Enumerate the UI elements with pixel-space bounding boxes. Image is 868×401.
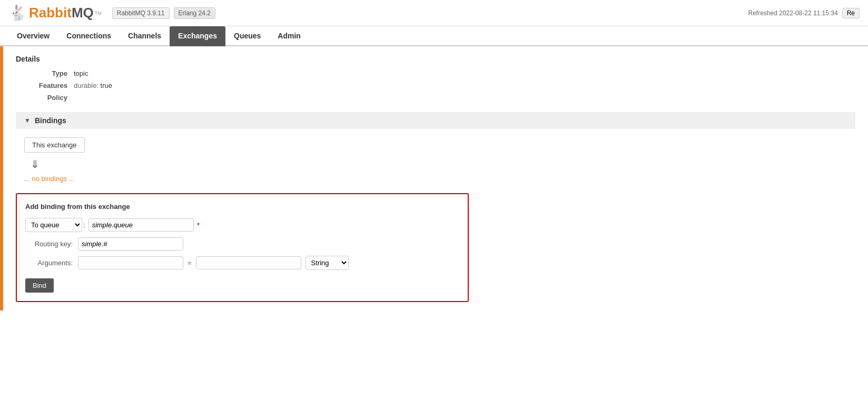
detail-policy-row: Policy [26, 94, 855, 102]
logo-icon: 🐇 [8, 4, 27, 22]
nav-channels[interactable]: Channels [120, 26, 170, 46]
routing-key-label: Routing key: [25, 240, 78, 248]
routing-key-input[interactable] [78, 237, 183, 250]
nav-admin[interactable]: Admin [269, 26, 309, 46]
type-label: Type [26, 69, 74, 77]
equals-sign: = [188, 259, 192, 267]
type-select[interactable]: String Number Boolean [305, 256, 349, 270]
nav-exchanges[interactable]: Exchanges [170, 26, 225, 46]
features-key: durable: [74, 82, 98, 89]
header: 🐇 RabbitMQTM RabbitMQ 3.9.11 Erlang 24.2… [0, 0, 868, 26]
version-badge: RabbitMQ 3.9.11 [112, 7, 170, 19]
required-star: * [197, 221, 200, 229]
add-binding-title: Add binding from this exchange [25, 203, 459, 210]
bind-button[interactable]: Bind [25, 278, 54, 293]
details-title: Details [16, 55, 855, 63]
bindings-title: Bindings [35, 116, 66, 125]
arguments-label: Arguments: [25, 259, 78, 267]
routing-key-row: Routing key: [25, 237, 459, 250]
nav-connections[interactable]: Connections [58, 26, 120, 46]
logo: 🐇 RabbitMQTM [8, 4, 102, 22]
details-table: Type topic Features durable: true Policy [26, 69, 855, 102]
destination-row: To queue To exchange : * [25, 218, 459, 232]
features-val: true [101, 82, 112, 89]
erlang-badge: Erlang 24.2 [174, 7, 215, 19]
destination-select[interactable]: To queue To exchange [25, 218, 82, 232]
bindings-collapse-icon: ▼ [24, 117, 31, 124]
main-content: Details Type topic Features durable: tru… [3, 46, 868, 310]
add-binding-section: Add binding from this exchange To queue … [16, 193, 469, 302]
nav-overview[interactable]: Overview [8, 26, 58, 46]
bindings-header[interactable]: ▼ Bindings [16, 112, 855, 129]
arg-value-input[interactable] [196, 256, 301, 269]
features-label: Features [26, 82, 74, 89]
policy-label: Policy [26, 94, 74, 102]
detail-type-row: Type topic [26, 69, 855, 77]
refresh-button[interactable]: Re [842, 8, 860, 18]
type-value: topic [74, 69, 88, 77]
exchange-box: This exchange [24, 137, 85, 153]
no-bindings-text: ... no bindings ... [24, 175, 855, 183]
queue-input[interactable] [88, 218, 194, 232]
refresh-info: Refreshed 2022-08-22 11:15:34 [748, 9, 838, 17]
nav: Overview Connections Channels Exchanges … [0, 26, 868, 46]
features-value: durable: true [74, 82, 112, 89]
logo-rabbit: Rabbit [29, 5, 72, 21]
bindings-content: This exchange ⇓ ... no bindings ... [24, 137, 855, 183]
detail-features-row: Features durable: true [26, 82, 855, 89]
arg-key-input[interactable] [78, 256, 183, 269]
nav-queues[interactable]: Queues [225, 26, 269, 46]
arguments-row: Arguments: = String Number Boolean [25, 256, 459, 270]
down-arrow-icon: ⇓ [31, 158, 855, 171]
logo-mq: MQ [72, 5, 94, 21]
logo-tm: TM [95, 11, 102, 16]
content-wrapper: Details Type topic Features durable: tru… [0, 46, 868, 310]
colon-separator: : [83, 221, 85, 229]
